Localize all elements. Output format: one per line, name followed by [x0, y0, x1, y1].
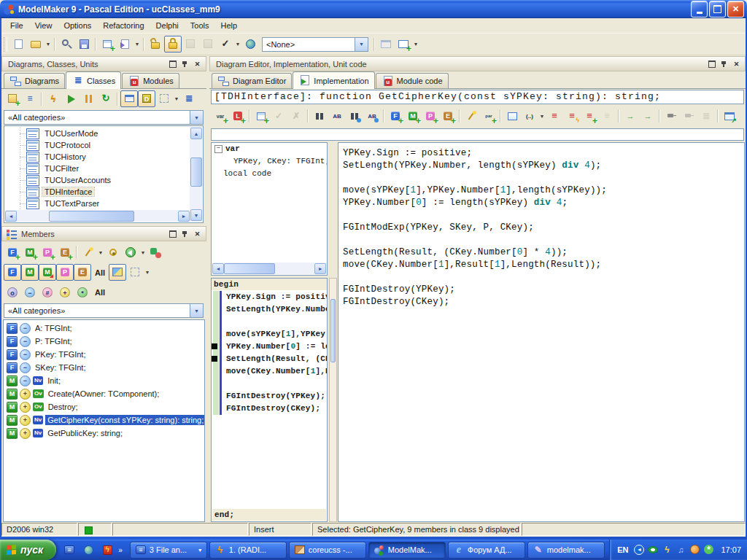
filter-properties-button[interactable]	[56, 264, 74, 281]
dropdown-arrow-icon[interactable]: ▼	[538, 114, 546, 119]
difference-lightning-button[interactable]	[44, 90, 62, 107]
dropdown-arrow-icon[interactable]: ▼	[44, 42, 52, 47]
local-vars-hscrollbar[interactable]: ◄ ►	[212, 262, 326, 274]
section-code-line[interactable]: FGIntDestroy(YPKey);	[223, 390, 327, 402]
member-row[interactable]: F−SKey: TFGInt;	[4, 361, 204, 374]
dropdown-arrow-icon[interactable]: ▼	[139, 250, 147, 255]
section-code-line[interactable]: SetLength(YPKey.Number, length(sYPKey) d…	[223, 303, 327, 316]
class-tree-item-tucusermode[interactable]: TUCUserMode	[4, 128, 190, 139]
class-category-combo[interactable]: «All categories» ▼	[4, 110, 204, 125]
scroll-right-button[interactable]: ►	[178, 211, 190, 222]
ql-total-commander-button[interactable]	[61, 542, 78, 559]
tray-eye-icon[interactable]	[646, 544, 659, 556]
indent-in-button[interactable]	[622, 108, 639, 125]
menu-item-options[interactable]: Options	[58, 18, 97, 34]
member-row[interactable]: M+NvGetCipherKey(const sYPKey: string): …	[4, 413, 204, 427]
code-line[interactable]	[343, 172, 744, 184]
menu-item-delphi[interactable]: Delphi	[150, 18, 185, 34]
scroll-thumb[interactable]	[330, 299, 336, 362]
section-marker-icon[interactable]	[212, 356, 217, 362]
member-row[interactable]: M+OvDestroy;	[4, 400, 204, 413]
member-row[interactable]: F−A: TFGInt;	[4, 322, 204, 335]
lock-model-button[interactable]	[164, 36, 182, 52]
add-parameter-button[interactable]	[480, 108, 498, 125]
panel-pin-button[interactable]	[179, 229, 190, 239]
find-in-model-button[interactable]	[346, 108, 363, 125]
taskbar-button-3-file-an[interactable]: 3 File an...▼	[130, 542, 207, 559]
add-local-var-button[interactable]	[212, 108, 229, 125]
tray-lightning-icon[interactable]	[660, 544, 673, 556]
members-list[interactable]: F−A: TFGInt;F−P: TFGInt;F−PKey: TFGInt;F…	[3, 319, 205, 522]
vis-default-button[interactable]	[4, 284, 21, 301]
vis-published-button[interactable]	[74, 284, 91, 301]
editor-tab-diagram-editor[interactable]: Diagram Editor	[212, 73, 292, 88]
panel-close-button[interactable]: ✕	[731, 59, 742, 69]
auto-apply-button[interactable]	[217, 36, 234, 52]
run-generate-button[interactable]	[62, 90, 80, 107]
scroll-right-button[interactable]: ►	[314, 263, 326, 274]
show-diagram-panel-button[interactable]	[120, 90, 138, 107]
tray-media-icon[interactable]	[674, 544, 687, 556]
add-event-button[interactable]	[439, 108, 457, 125]
save-button[interactable]	[75, 36, 93, 52]
class-tree-item-tucuseraccounts[interactable]: TUCUserAccounts	[4, 174, 190, 186]
replace-in-model-button[interactable]	[363, 108, 381, 125]
code-editor[interactable]: YPKey.Sign := positive;SetLength(YPKey.N…	[338, 142, 745, 522]
code-line[interactable]: FGIntModExp(YPKey, SKey, P, CKey);	[343, 222, 744, 234]
taskbar-button-coreucss[interactable]: coreucss -...	[289, 542, 366, 559]
dropdown-arrow-icon[interactable]: ▼	[234, 42, 241, 47]
start-button[interactable]: пуск	[0, 540, 56, 560]
group-dropdown-icon[interactable]: ▼	[198, 548, 203, 553]
scroll-thumb[interactable]	[224, 263, 275, 274]
refresh-classes-button[interactable]	[97, 90, 115, 107]
member-row[interactable]: M−NvInit;	[4, 374, 204, 387]
add-method-button[interactable]	[404, 108, 422, 125]
class-hierarchy-button[interactable]	[180, 90, 198, 107]
restore-button[interactable]	[709, 1, 726, 18]
member-wizards-button[interactable]	[80, 244, 97, 261]
new-class-wizard-button[interactable]	[4, 90, 21, 107]
scroll-thumb[interactable]	[49, 211, 134, 222]
section-list-button[interactable]	[546, 108, 563, 125]
add-field-button[interactable]	[4, 244, 21, 261]
menu-item-help[interactable]: Help	[214, 18, 243, 34]
find-text-button[interactable]	[311, 108, 328, 125]
vis-private-button[interactable]	[21, 284, 39, 301]
dropdown-arrow-icon[interactable]: ▼	[97, 250, 104, 255]
class-tree-item-tucfilter[interactable]: TUCFilter	[4, 163, 190, 174]
parameters-list-button[interactable]	[521, 108, 538, 125]
find-button[interactable]	[58, 36, 75, 52]
method-diagram-button[interactable]	[503, 108, 521, 125]
class-tree-item-tuchistory[interactable]: TUCHistory	[4, 151, 190, 163]
add-method-button[interactable]	[21, 244, 39, 261]
scroll-thumb[interactable]	[190, 158, 202, 187]
language-indicator[interactable]: EN	[617, 545, 628, 554]
tray-switcher-icon[interactable]	[632, 544, 646, 556]
class-tree-item-tdhinterface[interactable]: TDHInterface	[4, 186, 190, 198]
class-tree-item-tucprotocol[interactable]: TUCProtocol	[4, 139, 190, 151]
classes-tab-modules[interactable]: Modules	[122, 73, 179, 88]
class-tree-vscrollbar[interactable]: ▲ ▼	[190, 127, 202, 222]
menu-item-refactoring[interactable]: Refactoring	[97, 18, 150, 34]
tray-messenger-icon[interactable]	[702, 544, 715, 556]
taskbar-button-форум-ад[interactable]: Форум АД...	[448, 542, 525, 559]
collapse-icon[interactable]: −	[214, 145, 222, 153]
section-marker-icon[interactable]	[212, 343, 217, 349]
member-row[interactable]: F−P: TFGInt;	[4, 335, 204, 348]
section-wizard-button[interactable]	[563, 108, 581, 125]
code-line[interactable]: YPKey.Number[0] := length(sYPKey) div 4;	[343, 197, 744, 209]
editor-tab-module-code[interactable]: Module code	[376, 73, 449, 88]
member-row[interactable]: F−PKey: TFGInt;	[4, 348, 204, 361]
scroll-left-button[interactable]: ◄	[212, 263, 224, 274]
classes-tab-classes[interactable]: Classes	[66, 71, 121, 89]
minimize-button[interactable]	[691, 1, 708, 18]
panel-close-button[interactable]: ✕	[192, 59, 203, 69]
code-line[interactable]: FGIntDestroy(YPKey);	[343, 284, 744, 296]
show-member-images-button[interactable]	[109, 264, 126, 281]
filter-methods-inherited-button[interactable]	[39, 264, 56, 281]
panel-maximize-button[interactable]	[706, 59, 717, 69]
navigate-back-button[interactable]	[122, 244, 139, 261]
close-button[interactable]: ✕	[727, 1, 744, 18]
section-code-line[interactable]: move(sYPKey[1],YPKey.Number[1],length(sY…	[223, 328, 327, 341]
local-vars-panel[interactable]: − var YPKey, CKey: TFGInt; local code ◄ …	[211, 142, 328, 276]
